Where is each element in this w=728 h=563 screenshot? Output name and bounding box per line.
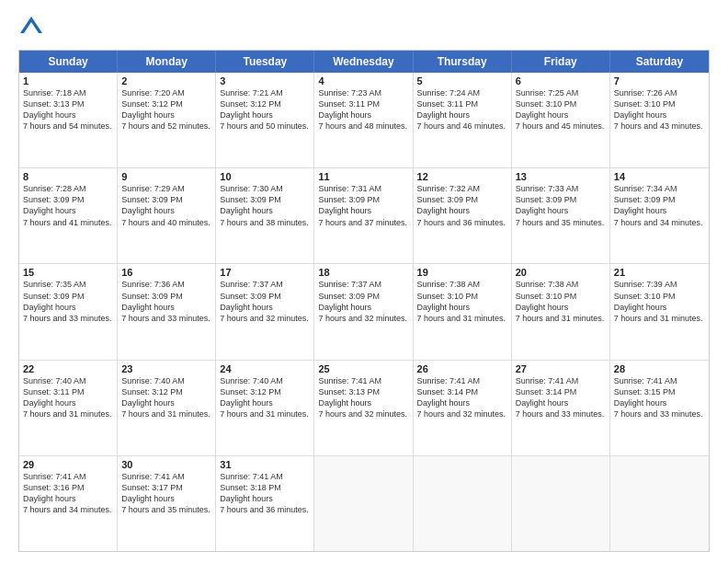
cell-info: Sunrise: 7:37 AMSunset: 3:09 PMDaylight …	[318, 279, 408, 324]
table-row: 24Sunrise: 7:40 AMSunset: 3:12 PMDayligh…	[216, 361, 314, 455]
table-row: 4Sunrise: 7:23 AMSunset: 3:11 PMDaylight…	[314, 73, 413, 167]
day-number: 3	[220, 75, 310, 86]
week-row-5: 29Sunrise: 7:41 AMSunset: 3:16 PMDayligh…	[19, 456, 709, 551]
cell-info: Sunrise: 7:41 AMSunset: 3:17 PMDaylight …	[121, 471, 211, 516]
day-number: 9	[121, 171, 211, 182]
day-number: 18	[318, 267, 408, 278]
cell-info: Sunrise: 7:41 AMSunset: 3:16 PMDaylight …	[23, 471, 113, 516]
table-row	[414, 456, 512, 551]
cell-info: Sunrise: 7:26 AMSunset: 3:10 PMDaylight …	[614, 87, 705, 132]
day-number: 30	[121, 459, 211, 470]
day-number: 25	[318, 363, 408, 374]
table-row: 29Sunrise: 7:41 AMSunset: 3:16 PMDayligh…	[19, 456, 118, 551]
table-row: 15Sunrise: 7:35 AMSunset: 3:09 PMDayligh…	[19, 264, 118, 359]
day-number: 24	[220, 363, 310, 374]
cell-info: Sunrise: 7:29 AMSunset: 3:09 PMDaylight …	[121, 183, 211, 228]
day-number: 17	[220, 267, 310, 278]
table-row: 10Sunrise: 7:30 AMSunset: 3:09 PMDayligh…	[216, 168, 314, 263]
day-number: 12	[417, 171, 507, 182]
header-day-friday: Friday	[512, 51, 610, 73]
day-number: 16	[121, 267, 211, 278]
cell-info: Sunrise: 7:21 AMSunset: 3:12 PMDaylight …	[220, 87, 310, 132]
cell-info: Sunrise: 7:33 AMSunset: 3:09 PMDaylight …	[516, 183, 606, 228]
logo-icon	[18, 15, 44, 40]
header-day-monday: Monday	[118, 51, 216, 73]
table-row: 23Sunrise: 7:40 AMSunset: 3:12 PMDayligh…	[118, 361, 216, 455]
table-row	[512, 456, 610, 551]
table-row	[314, 456, 413, 551]
week-row-2: 8Sunrise: 7:28 AMSunset: 3:09 PMDaylight…	[19, 168, 709, 264]
day-number: 15	[23, 267, 113, 278]
day-number: 22	[23, 363, 113, 374]
header-day-saturday: Saturday	[610, 51, 709, 73]
day-number: 11	[318, 171, 408, 182]
table-row: 9Sunrise: 7:29 AMSunset: 3:09 PMDaylight…	[118, 168, 216, 263]
logo	[18, 15, 48, 40]
day-number: 27	[516, 363, 606, 374]
day-number: 10	[220, 171, 310, 182]
day-number: 1	[23, 75, 113, 86]
table-row: 12Sunrise: 7:32 AMSunset: 3:09 PMDayligh…	[414, 168, 512, 263]
cell-info: Sunrise: 7:40 AMSunset: 3:12 PMDaylight …	[121, 375, 211, 420]
table-row: 14Sunrise: 7:34 AMSunset: 3:09 PMDayligh…	[610, 168, 709, 263]
table-row: 20Sunrise: 7:38 AMSunset: 3:10 PMDayligh…	[512, 264, 610, 359]
cell-info: Sunrise: 7:32 AMSunset: 3:09 PMDaylight …	[417, 183, 507, 228]
cell-info: Sunrise: 7:31 AMSunset: 3:09 PMDaylight …	[318, 183, 408, 228]
day-number: 6	[516, 75, 606, 86]
table-row: 27Sunrise: 7:41 AMSunset: 3:14 PMDayligh…	[512, 361, 610, 455]
table-row: 18Sunrise: 7:37 AMSunset: 3:09 PMDayligh…	[314, 264, 413, 359]
table-row: 3Sunrise: 7:21 AMSunset: 3:12 PMDaylight…	[216, 73, 314, 167]
table-row: 7Sunrise: 7:26 AMSunset: 3:10 PMDaylight…	[610, 73, 709, 167]
table-row: 16Sunrise: 7:36 AMSunset: 3:09 PMDayligh…	[118, 264, 216, 359]
page: SundayMondayTuesdayWednesdayThursdayFrid…	[0, 0, 728, 563]
header-day-wednesday: Wednesday	[314, 51, 413, 73]
table-row: 1Sunrise: 7:18 AMSunset: 3:13 PMDaylight…	[19, 73, 118, 167]
table-row: 2Sunrise: 7:20 AMSunset: 3:12 PMDaylight…	[118, 73, 216, 167]
table-row: 28Sunrise: 7:41 AMSunset: 3:15 PMDayligh…	[610, 361, 709, 455]
header	[18, 15, 710, 40]
cell-info: Sunrise: 7:18 AMSunset: 3:13 PMDaylight …	[23, 87, 113, 132]
cell-info: Sunrise: 7:24 AMSunset: 3:11 PMDaylight …	[417, 87, 507, 132]
week-row-1: 1Sunrise: 7:18 AMSunset: 3:13 PMDaylight…	[19, 73, 709, 168]
day-number: 28	[614, 363, 705, 374]
cell-info: Sunrise: 7:41 AMSunset: 3:13 PMDaylight …	[318, 375, 408, 420]
cell-info: Sunrise: 7:28 AMSunset: 3:09 PMDaylight …	[23, 183, 113, 228]
cell-info: Sunrise: 7:38 AMSunset: 3:10 PMDaylight …	[516, 279, 606, 324]
table-row: 30Sunrise: 7:41 AMSunset: 3:17 PMDayligh…	[118, 456, 216, 551]
table-row: 6Sunrise: 7:25 AMSunset: 3:10 PMDaylight…	[512, 73, 610, 167]
table-row: 25Sunrise: 7:41 AMSunset: 3:13 PMDayligh…	[314, 361, 413, 455]
calendar-header: SundayMondayTuesdayWednesdayThursdayFrid…	[19, 51, 709, 73]
header-day-thursday: Thursday	[414, 51, 512, 73]
cell-info: Sunrise: 7:39 AMSunset: 3:10 PMDaylight …	[614, 279, 705, 324]
table-row: 17Sunrise: 7:37 AMSunset: 3:09 PMDayligh…	[216, 264, 314, 359]
cell-info: Sunrise: 7:30 AMSunset: 3:09 PMDaylight …	[220, 183, 310, 228]
table-row: 8Sunrise: 7:28 AMSunset: 3:09 PMDaylight…	[19, 168, 118, 263]
header-day-sunday: Sunday	[19, 51, 118, 73]
cell-info: Sunrise: 7:37 AMSunset: 3:09 PMDaylight …	[220, 279, 310, 324]
table-row: 26Sunrise: 7:41 AMSunset: 3:14 PMDayligh…	[414, 361, 512, 455]
day-number: 26	[417, 363, 507, 374]
table-row: 19Sunrise: 7:38 AMSunset: 3:10 PMDayligh…	[414, 264, 512, 359]
calendar: SundayMondayTuesdayWednesdayThursdayFrid…	[18, 50, 710, 552]
day-number: 19	[417, 267, 507, 278]
day-number: 29	[23, 459, 113, 470]
day-number: 14	[614, 171, 705, 182]
table-row: 22Sunrise: 7:40 AMSunset: 3:11 PMDayligh…	[19, 361, 118, 455]
cell-info: Sunrise: 7:41 AMSunset: 3:14 PMDaylight …	[516, 375, 606, 420]
day-number: 20	[516, 267, 606, 278]
table-row: 13Sunrise: 7:33 AMSunset: 3:09 PMDayligh…	[512, 168, 610, 263]
cell-info: Sunrise: 7:41 AMSunset: 3:14 PMDaylight …	[417, 375, 507, 420]
day-number: 21	[614, 267, 705, 278]
cell-info: Sunrise: 7:36 AMSunset: 3:09 PMDaylight …	[121, 279, 211, 324]
cell-info: Sunrise: 7:25 AMSunset: 3:10 PMDaylight …	[516, 87, 606, 132]
day-number: 2	[121, 75, 211, 86]
cell-info: Sunrise: 7:34 AMSunset: 3:09 PMDaylight …	[614, 183, 705, 228]
day-number: 23	[121, 363, 211, 374]
cell-info: Sunrise: 7:41 AMSunset: 3:15 PMDaylight …	[614, 375, 705, 420]
week-row-3: 15Sunrise: 7:35 AMSunset: 3:09 PMDayligh…	[19, 264, 709, 360]
cell-info: Sunrise: 7:35 AMSunset: 3:09 PMDaylight …	[23, 279, 113, 324]
day-number: 4	[318, 75, 408, 86]
table-row	[610, 456, 709, 551]
day-number: 8	[23, 171, 113, 182]
day-number: 5	[417, 75, 507, 86]
